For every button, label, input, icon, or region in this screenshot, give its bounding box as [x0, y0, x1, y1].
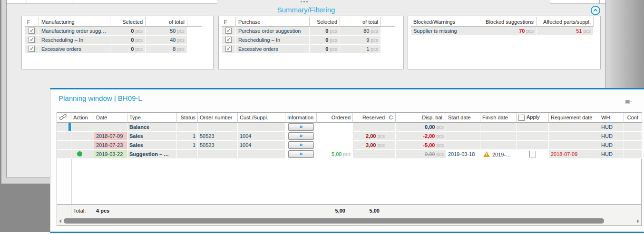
col-header-f[interactable]: F — [25, 17, 39, 27]
unit-label: pcs — [371, 47, 378, 52]
table-row-sales-2[interactable]: 2018-07-23 Sales 1 50523 1004 » 3,00pcs … — [57, 141, 642, 150]
table-row[interactable]: Purchase order suggestion 0pcs 80pcs — [222, 27, 395, 36]
apply-cell — [517, 150, 549, 159]
col-header-status[interactable]: Status — [177, 113, 198, 123]
col-header-cust-suppl[interactable]: Cust./Suppl. — [238, 113, 285, 123]
col-header-order-number[interactable]: Order number — [198, 113, 238, 123]
table-row[interactable]: Supplier is missing 70pcs 51pcs — [411, 27, 594, 36]
information-button[interactable]: » — [288, 150, 314, 158]
col-header-finish-date[interactable]: Finish date — [480, 113, 517, 123]
unit-label: pcs — [177, 47, 185, 52]
unit-label: pcs — [436, 125, 444, 130]
information-button[interactable]: » — [288, 132, 314, 140]
collapse-panel-button[interactable] — [590, 5, 601, 16]
col-header-c[interactable]: C — [387, 113, 396, 123]
splitter-grip-icon[interactable] — [301, 1, 310, 3]
col-header-ordered[interactable]: Ordered — [317, 113, 353, 123]
scrollbar-thumb[interactable] — [64, 218, 604, 224]
col-header-blocked-warnings[interactable]: Blocked/Warnings — [411, 17, 483, 27]
table-row[interactable]: Excessive orders 0pcs 8pcs — [25, 45, 202, 54]
unit-label: pcs — [177, 29, 185, 34]
col-header-type[interactable]: Type — [127, 113, 177, 123]
col-header-reserved[interactable]: Reserved — [353, 113, 387, 123]
order-number-cell: 50523 — [198, 141, 238, 150]
disp-bal-value: 0,00 — [425, 124, 435, 130]
table-row[interactable]: Rescheduling – In 0pcs 40pcs — [25, 36, 202, 45]
col-header-apply[interactable]: Apply — [517, 113, 549, 123]
wh-cell: HUD — [599, 150, 624, 159]
conf-cell — [624, 150, 642, 159]
status-cell — [177, 123, 198, 132]
filter-checkbox[interactable] — [29, 37, 35, 43]
unit-label: pcs — [330, 38, 337, 43]
col-header-blocked-suggestions[interactable]: Blocked suggestions — [483, 17, 537, 27]
filter-checkbox[interactable] — [29, 28, 35, 34]
col-header-action[interactable]: Action — [71, 113, 94, 123]
filter-checkbox[interactable] — [225, 46, 232, 52]
table-row[interactable]: Excessive orders 0pcs 1pcs — [222, 45, 395, 54]
row-indicator — [57, 123, 71, 132]
col-header-of-total[interactable]: of total — [340, 17, 381, 27]
col-header-conf[interactable]: Conf. — [624, 113, 642, 123]
apply-all-checkbox[interactable] — [518, 115, 525, 121]
order-number-cell — [198, 123, 238, 132]
col-header-start-date[interactable]: Start date — [446, 113, 480, 123]
start-date-cell[interactable]: 2019-03-18 — [446, 150, 480, 159]
of-total-value: 9 — [366, 37, 369, 43]
chevron-up-icon — [590, 5, 601, 16]
unit-label: pcs — [371, 29, 378, 34]
of-total-value: 8 — [173, 46, 176, 52]
filter-checkbox[interactable] — [225, 37, 232, 43]
col-header-manufacturing[interactable]: Manufacturing — [39, 17, 110, 27]
horizontal-scrollbar[interactable] — [57, 217, 641, 225]
col-header-f[interactable]: F — [222, 17, 236, 27]
conf-cell — [624, 123, 642, 132]
apply-checkbox[interactable] — [529, 151, 536, 157]
col-header-selected[interactable]: Selected — [310, 17, 340, 27]
table-row-sales-1[interactable]: 2018-07-09 Sales 1 50523 1004 » 2,00pcs … — [57, 132, 642, 141]
scroll-right-arrow-icon[interactable] — [637, 219, 639, 223]
cust-suppl-cell: 1004 — [238, 141, 285, 150]
cust-suppl-cell — [238, 123, 285, 132]
link-column-header[interactable] — [57, 113, 71, 123]
col-header-requirement-date[interactable]: Requirement date — [549, 113, 599, 123]
information-button[interactable]: » — [288, 123, 314, 131]
table-row[interactable]: Manufacturing order sugg… 0pcs 50pcs — [25, 27, 202, 36]
filter-checkbox[interactable] — [29, 46, 35, 52]
col-header-wh[interactable]: WH — [599, 113, 624, 123]
panel-gap — [217, 0, 550, 4]
date-cell: 2019-03-22 — [94, 150, 127, 159]
scroll-left-arrow-icon[interactable] — [59, 219, 61, 223]
col-header-selected[interactable]: Selected — [110, 17, 146, 27]
col-header-information[interactable]: Information — [285, 113, 317, 123]
col-header-date[interactable]: Date — [94, 113, 127, 123]
pin-icon[interactable] — [625, 98, 632, 104]
start-date-cell — [446, 132, 480, 141]
filter-label: Rescheduling – In — [236, 36, 310, 45]
total-label: Total: — [71, 205, 94, 217]
table-row[interactable]: Rescheduling – In 0pcs 9pcs — [222, 36, 395, 45]
col-header-disp-bal[interactable]: Disp. bal. — [396, 113, 446, 123]
col-header-purchase[interactable]: Purchase — [236, 17, 310, 27]
selected-value: 0 — [131, 37, 134, 43]
col-header-of-total[interactable]: of total — [146, 17, 187, 27]
total-ordered: 5,00 — [317, 205, 353, 217]
finish-date-cell[interactable]: 2019-… — [480, 150, 517, 159]
col-header-affected-parts[interactable]: Affected parts/suppl. — [537, 17, 594, 27]
information-button[interactable]: » — [288, 141, 314, 149]
grid-line — [27, 0, 27, 4]
type-cell: Sales — [127, 141, 177, 150]
table-row-suggestion[interactable]: 2019-03-22 Suggestion – … » 5,00pcs 0,00… — [57, 150, 642, 159]
reserved-value: 3,00 — [366, 142, 376, 148]
unit-label: pcs — [330, 29, 337, 34]
planning-header-row: Action Date Type Status Order number Cus… — [57, 113, 642, 123]
manufacturing-table: F Manufacturing Selected of total Manufa… — [25, 17, 202, 54]
filter-checkbox[interactable] — [225, 28, 232, 34]
conf-cell — [624, 141, 642, 150]
row-indicator — [57, 141, 71, 150]
order-number-cell — [198, 150, 238, 159]
apply-cell — [517, 141, 549, 150]
apply-cell — [517, 123, 549, 132]
table-row-balance[interactable]: Balance » 0,00pcs HUD — [57, 123, 642, 132]
of-total-value: 50 — [170, 28, 176, 34]
